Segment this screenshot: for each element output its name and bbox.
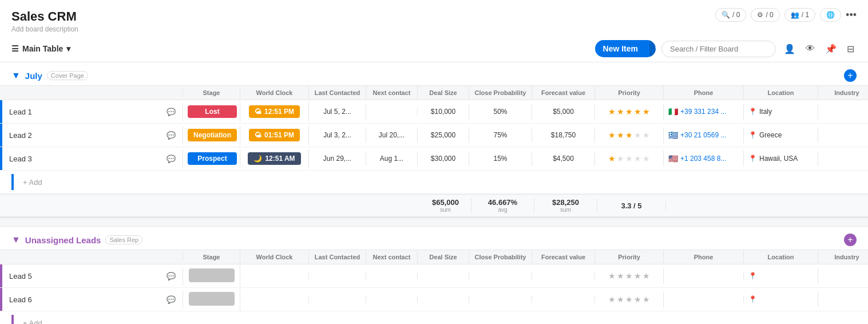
lead5-name[interactable]: Lead 5 bbox=[9, 272, 162, 280]
lead3-location[interactable]: 📍 Hawaii, USA bbox=[744, 151, 818, 166]
star3: ★ bbox=[625, 154, 633, 163]
unassigned-collapse-btn[interactable]: ▼ bbox=[11, 235, 21, 245]
july-collapse-btn[interactable]: ▼ bbox=[11, 70, 21, 81]
lead3-last[interactable]: Jun 29,... bbox=[309, 151, 366, 166]
lead6-priority[interactable]: ★ ★ ★ ★ ★ bbox=[595, 291, 664, 307]
lead3-phone[interactable]: 🇺🇸 +1 203 458 8... bbox=[664, 151, 744, 167]
comment-icon[interactable]: 💬 bbox=[167, 108, 176, 116]
july-col-headers: Stage World Clock Last Contacted Next co… bbox=[0, 85, 868, 100]
unassigned-add-row[interactable]: + Add bbox=[0, 311, 868, 324]
add-row-label[interactable]: + Add bbox=[23, 178, 42, 187]
lead3-forecast[interactable]: $4,500 bbox=[532, 151, 595, 166]
lead1-industry[interactable] bbox=[818, 108, 868, 115]
lead5-last[interactable] bbox=[309, 272, 366, 279]
lead1-forecast[interactable]: $5,000 bbox=[532, 104, 595, 119]
phone-link[interactable]: 🇬🇷 +30 21 0569 ... bbox=[668, 131, 739, 140]
lead1-stage[interactable]: Lost bbox=[183, 102, 240, 121]
phone-link[interactable]: 🇮🇹 +39 331 234 ... bbox=[668, 107, 739, 116]
new-item-button[interactable]: New Item ▾ bbox=[595, 40, 656, 57]
lead2-last[interactable]: Jul 3, 2... bbox=[309, 128, 366, 143]
new-item-arrow[interactable]: ▾ bbox=[649, 40, 656, 57]
robot-count-btn[interactable]: ⚙ / 0 bbox=[751, 8, 779, 22]
lead3-clock[interactable]: 🌙 12:51 AM bbox=[240, 149, 309, 168]
lead3-stage[interactable]: Prospect bbox=[183, 149, 240, 168]
search-count-btn[interactable]: 🔍 / 0 bbox=[715, 8, 746, 22]
table-icon: ☰ bbox=[11, 44, 19, 53]
unassigned-group-title[interactable]: Unassigned Leads bbox=[25, 235, 101, 245]
comment-icon[interactable]: 💬 bbox=[167, 272, 176, 280]
lead6-clock[interactable] bbox=[240, 296, 309, 303]
lead1-name[interactable]: Lead 1 bbox=[9, 108, 162, 116]
lead6-deal[interactable] bbox=[418, 296, 469, 303]
lead5-deal[interactable] bbox=[418, 272, 469, 279]
lead6-next[interactable] bbox=[366, 296, 418, 303]
lead1-deal[interactable]: $10,000 bbox=[418, 104, 469, 119]
lead2-location[interactable]: 📍 Greece bbox=[744, 128, 818, 143]
lead6-last[interactable] bbox=[309, 296, 366, 303]
flag-icon: 🇬🇷 bbox=[668, 131, 678, 140]
lead1-prob[interactable]: 50% bbox=[469, 104, 532, 119]
main-table-selector[interactable]: ☰ Main Table ▾ bbox=[11, 44, 70, 53]
more-button[interactable]: ••• bbox=[846, 9, 857, 21]
stage-badge[interactable]: Prospect bbox=[188, 152, 237, 165]
lead2-priority[interactable]: ★ ★ ★ ★ ★ bbox=[595, 127, 664, 143]
lead5-industry[interactable] bbox=[818, 272, 868, 279]
lead6-phone[interactable] bbox=[664, 296, 744, 303]
lead1-next[interactable] bbox=[366, 108, 418, 115]
star1: ★ bbox=[608, 271, 616, 280]
lead6-stage[interactable] bbox=[183, 289, 240, 311]
lead3-next[interactable]: Aug 1... bbox=[366, 151, 418, 166]
lead1-location[interactable]: 📍 Italy bbox=[744, 104, 818, 119]
july-add-btn[interactable]: + bbox=[844, 69, 857, 82]
lead3-priority[interactable]: ★ ★ ★ ★ ★ bbox=[595, 151, 664, 167]
stage-badge[interactable]: Negotiation bbox=[188, 129, 237, 141]
lead3-name[interactable]: Lead 3 bbox=[9, 155, 162, 163]
lead5-location[interactable]: 📍 bbox=[744, 268, 818, 283]
lead6-location[interactable]: 📍 bbox=[744, 292, 818, 307]
app-description[interactable]: Add board description bbox=[11, 25, 857, 33]
lead1-priority[interactable]: ★ ★ ★ ★ ★ bbox=[595, 104, 664, 120]
lead5-clock[interactable] bbox=[240, 272, 309, 279]
lead3-prob[interactable]: 15% bbox=[469, 151, 532, 166]
lead3-industry[interactable] bbox=[818, 155, 868, 162]
lead2-clock[interactable]: 🌤 01:51 PM bbox=[240, 125, 309, 145]
lead5-prob[interactable] bbox=[469, 272, 532, 279]
lead5-next[interactable] bbox=[366, 272, 418, 279]
lead6-name[interactable]: Lead 6 bbox=[9, 295, 162, 304]
add-row-label[interactable]: + Add bbox=[23, 319, 42, 325]
lead1-phone[interactable]: 🇮🇹 +39 331 234 ... bbox=[664, 104, 744, 120]
stage-badge[interactable]: Lost bbox=[188, 105, 237, 118]
lead5-phone[interactable] bbox=[664, 272, 744, 279]
eye-btn[interactable]: 👁 bbox=[803, 41, 817, 56]
july-add-row[interactable]: + Add bbox=[0, 171, 868, 194]
lead2-name[interactable]: Lead 2 bbox=[9, 131, 162, 140]
user-avatar-btn[interactable]: 👤 bbox=[782, 41, 798, 57]
lead2-prob[interactable]: 75% bbox=[469, 128, 532, 143]
lead6-industry[interactable] bbox=[818, 296, 868, 303]
lead2-deal[interactable]: $25,000 bbox=[418, 128, 469, 143]
filter-btn[interactable]: ⊟ bbox=[845, 41, 857, 57]
lead5-forecast[interactable] bbox=[532, 272, 595, 279]
comment-icon[interactable]: 💬 bbox=[167, 131, 176, 140]
lead5-priority[interactable]: ★ ★ ★ ★ ★ bbox=[595, 268, 664, 284]
lead1-last[interactable]: Jul 5, 2... bbox=[309, 104, 366, 119]
lead1-clock[interactable]: 🌤 12:51 PM bbox=[240, 102, 309, 121]
user-count-btn[interactable]: 👥 / 1 bbox=[784, 8, 815, 22]
lead2-stage[interactable]: Negotiation bbox=[183, 125, 240, 145]
lead6-forecast[interactable] bbox=[532, 296, 595, 303]
lead3-deal[interactable]: $30,000 bbox=[418, 151, 469, 166]
july-group-title[interactable]: July bbox=[25, 71, 42, 81]
comment-icon[interactable]: 💬 bbox=[167, 295, 176, 304]
lead5-stage[interactable] bbox=[183, 265, 240, 287]
search-input[interactable] bbox=[661, 41, 776, 57]
lead2-phone[interactable]: 🇬🇷 +30 21 0569 ... bbox=[664, 127, 744, 143]
phone-link[interactable]: 🇺🇸 +1 203 458 8... bbox=[668, 154, 739, 163]
lead6-prob[interactable] bbox=[469, 296, 532, 303]
comment-icon[interactable]: 💬 bbox=[167, 155, 176, 163]
lead2-forecast[interactable]: $18,750 bbox=[532, 128, 595, 143]
unassigned-add-btn[interactable]: + bbox=[844, 234, 857, 246]
lead2-next[interactable]: Jul 20,... bbox=[366, 128, 418, 143]
pin-btn[interactable]: 📌 bbox=[823, 41, 839, 57]
globe-btn[interactable]: 🌐 bbox=[820, 8, 841, 22]
lead2-industry[interactable] bbox=[818, 132, 868, 139]
